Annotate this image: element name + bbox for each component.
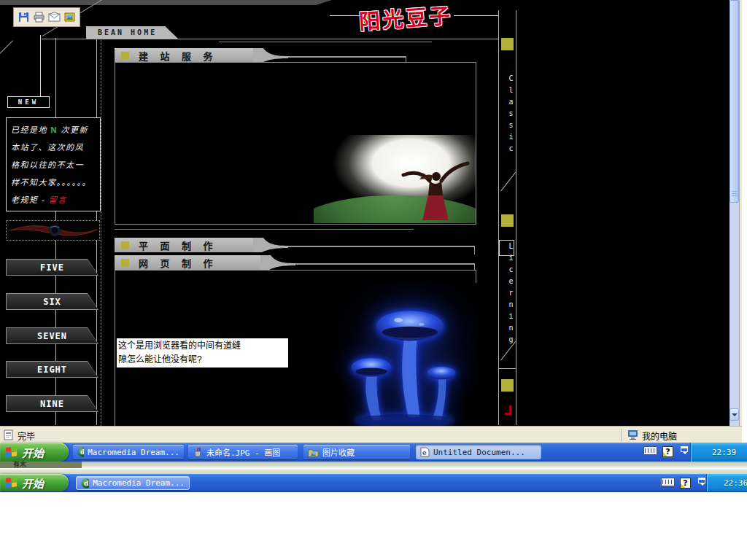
nav-label: EIGHT <box>37 365 67 375</box>
pasted-screenshot-strip: 有木 <box>0 462 747 474</box>
start-button[interactable]: 开始 <box>0 443 69 462</box>
decor-line <box>474 263 475 270</box>
question-line: 这个是用浏览器看的中间有道缝 <box>118 339 287 353</box>
rail-diagonal <box>500 172 516 192</box>
tab-label: BEAN HOME <box>98 28 157 36</box>
rail-line <box>516 10 516 425</box>
decor-line <box>219 42 432 42</box>
clock: 22:36 <box>724 474 747 491</box>
message-link[interactable]: 留言 <box>49 195 67 204</box>
nav-button-eight[interactable]: EIGHT <box>6 361 98 378</box>
task-button-pictures[interactable]: 图片收藏 <box>303 445 410 459</box>
task-label: Macromedia Dream... <box>93 478 185 488</box>
notice-line: 格和以往的不太一 <box>11 156 96 174</box>
nav-button-seven[interactable]: SEVEN <box>6 327 98 344</box>
nav-button-five[interactable]: FIVE <box>6 259 98 276</box>
question-line: 隙怎么能让他没有呢? <box>118 353 287 367</box>
decor-line <box>288 56 406 58</box>
task-button-dreamweaver-screenshot: d Macromedia Dream... <box>76 476 190 490</box>
section-title: 建 站 服 务 <box>139 49 217 63</box>
question-note: 这个是用浏览器看的中间有道缝 隙怎么能让他没有呢? <box>117 338 288 368</box>
rail-line <box>498 368 516 369</box>
scrollbar-thumb[interactable] <box>729 0 739 203</box>
task-button-dreamweaver[interactable]: d Macromedia Dream... <box>73 445 184 459</box>
notice-line: 样不知大家。。。。。。 <box>11 174 96 191</box>
nav-label: SIX <box>43 297 61 307</box>
bullet-square-icon <box>121 241 129 249</box>
keyboard-tray-icon <box>661 478 675 486</box>
task-label: 未命名.JPG - 画图 <box>206 446 280 458</box>
windows-logo-icon <box>6 477 18 489</box>
rail-square-icon <box>501 214 514 227</box>
task-label: Macromedia Dream... <box>88 448 179 457</box>
notice-line: 已经是地 N 次更新 <box>11 121 96 139</box>
section-header-services: 建 站 服 务 <box>115 48 253 63</box>
strip-label: 有木 <box>13 461 26 468</box>
banner-image-woman <box>314 135 476 223</box>
start-button-screenshot: 开始 <box>0 474 69 491</box>
task-label: Untitled Documen... <box>433 448 525 457</box>
status-done-text: 完毕 <box>18 429 35 442</box>
strip-fragment: 有木 <box>0 462 82 468</box>
print-icon[interactable] <box>33 11 45 23</box>
sidebar-separator <box>101 40 101 426</box>
canvas-white-area <box>0 492 747 560</box>
task-button-untitled-document[interactable]: e Untitled Documen... <box>416 445 541 459</box>
save-icon[interactable] <box>18 11 30 23</box>
rail-line <box>498 10 499 425</box>
scrollbar-down-button[interactable] <box>729 408 739 421</box>
page-toolbar <box>13 7 80 27</box>
new-badge-label: NEW <box>18 98 39 106</box>
nav-label: SEVEN <box>37 331 67 341</box>
tab-bean-home[interactable]: BEAN HOME <box>86 26 178 39</box>
svg-text:e: e <box>422 449 427 456</box>
decor-line <box>42 39 498 39</box>
banner-image-mushrooms <box>332 283 476 426</box>
taskbar-main: 开始 d Macromedia Dream... 未命名.JPG - 画图 <box>0 443 747 462</box>
rail-text-classic: Classic <box>500 74 515 156</box>
svg-text:d: d <box>80 448 84 456</box>
html-document-icon: e <box>420 447 430 457</box>
windows-logo-icon <box>6 446 18 458</box>
section-header-tail <box>253 48 288 63</box>
ime-help-tray-icon[interactable]: ? <box>662 446 673 457</box>
status-separator <box>622 429 622 441</box>
image-icon[interactable] <box>63 11 76 23</box>
rail-square-icon <box>501 379 514 392</box>
notice-n: N <box>51 125 58 134</box>
notice-line: 老规矩 - 留言 <box>11 191 96 209</box>
start-label: 开始 <box>22 445 44 460</box>
section-header-tail <box>253 238 288 252</box>
eye-banner-image <box>6 220 100 241</box>
section-header-graphic: 平 面 制 作 <box>115 238 253 252</box>
decor-line <box>295 263 474 265</box>
desktop-gap <box>742 0 747 443</box>
bullet-square-icon <box>121 52 129 60</box>
nav-label: NINE <box>40 399 64 409</box>
nav-button-nine[interactable]: NINE <box>6 395 98 412</box>
rail-square-icon <box>501 38 514 50</box>
window-switch-tray-icon[interactable] <box>680 446 690 456</box>
site-logo: 阳光豆子 <box>358 0 470 35</box>
dreamweaver-icon: d <box>81 478 89 489</box>
decor-line <box>115 229 414 230</box>
my-computer-icon <box>627 429 639 440</box>
section-title: 平 面 制 作 <box>139 238 217 252</box>
keyboard-tray-icon[interactable] <box>643 446 657 455</box>
nav-label: FIVE <box>40 262 64 273</box>
page-status-icon <box>4 429 14 440</box>
task-label: 图片收藏 <box>322 446 355 458</box>
mail-icon[interactable] <box>48 11 61 23</box>
section-header-tail <box>260 255 295 270</box>
decor-line <box>474 246 475 254</box>
task-button-paint[interactable]: 未命名.JPG - 画图 <box>188 445 298 459</box>
decor-diagonal <box>0 40 13 54</box>
section-header-web: 网 页 制 作 <box>115 255 260 270</box>
taskbar-screenshot: 开始 d Macromedia Dream... ? < 22:36 <box>0 474 747 492</box>
scrollbar-grip <box>732 191 737 197</box>
decor-line <box>40 35 41 96</box>
picture-folder-icon <box>308 448 319 457</box>
paint-icon <box>193 447 203 457</box>
nav-button-six[interactable]: SIX <box>6 293 98 310</box>
clock: 22:39 <box>712 443 736 462</box>
